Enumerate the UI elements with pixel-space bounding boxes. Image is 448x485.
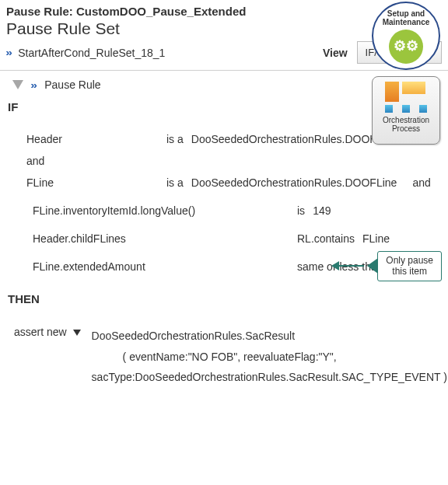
collapse-rule-icon[interactable] (12, 80, 23, 89)
orchestration-diagram-icon (385, 82, 427, 113)
condition-row: FLine is a DooSeededOrchestrationRules.D… (0, 169, 448, 197)
condition-value[interactable]: DooSeededOrchestrationRules.DOOFLine (191, 176, 397, 189)
view-label: View (323, 47, 348, 59)
expand-rule-icon[interactable]: » (30, 79, 37, 91)
condition-row: Header.childFLines RL.contains FLine (0, 225, 448, 253)
condition-subject[interactable]: FLine.inventoryItemId.longValue() (33, 204, 235, 217)
orch-label-1: Orchestration (373, 116, 439, 124)
condition-row: FLine.inventoryItemId.longValue() is 149 (0, 197, 448, 225)
condition-operator[interactable]: is a (166, 176, 184, 189)
expand-ruleset-icon[interactable]: » (5, 47, 12, 58)
orchestration-process-badge[interactable]: Orchestration Process (372, 76, 440, 145)
then-action-select[interactable]: assert new (14, 326, 81, 338)
then-action-label: assert new (14, 326, 67, 338)
condition-subject[interactable]: Header.childFLines (33, 232, 235, 245)
condition-operator[interactable]: RL.contains (297, 232, 355, 245)
callout-arrow-icon (333, 260, 367, 271)
and-keyword: and (0, 153, 448, 169)
trailing-and: and (412, 176, 430, 189)
then-args-2[interactable]: sacType:DooSeededOrchestrationRules.SacR… (92, 367, 447, 388)
gears-icon: ⚙⚙ (389, 30, 423, 64)
condition-operator[interactable]: is (297, 204, 305, 217)
orch-label-2: Process (373, 124, 439, 133)
callout-line-1: Only pause (386, 255, 433, 266)
then-args-1[interactable]: ( eventName:"NO FOB", reevaluateFlag:"Y"… (92, 347, 447, 368)
callout-line-2: this item (392, 266, 427, 277)
pause-rule-label: Pause Rule (44, 79, 100, 91)
condition-value[interactable]: FLine (362, 232, 390, 245)
then-keyword: THEN (0, 288, 448, 310)
setup-label-1: Setup and (373, 9, 439, 18)
setup-maintenance-badge[interactable]: Setup and Maintenance ⚙⚙ (372, 2, 440, 70)
annotation-callout: Only pause this item (333, 251, 442, 281)
then-class[interactable]: DooSeededOrchestrationRules.SacResult (92, 326, 447, 347)
condition-value[interactable]: 149 (313, 204, 331, 217)
setup-label-2: Maintenance (373, 18, 439, 26)
ruleset-name: StartAfterCond_RuleSet_18_1 (18, 47, 165, 59)
chevron-down-icon (73, 330, 81, 336)
callout-wedge-icon (367, 258, 378, 274)
condition-subject[interactable]: FLine (26, 176, 159, 189)
divider (0, 70, 448, 71)
then-body: DooSeededOrchestrationRules.SacResult ( … (92, 326, 447, 388)
condition-subject[interactable]: FLine.extendedAmount (33, 260, 235, 273)
dotted-divider (3, 284, 445, 284)
condition-subject[interactable]: Header (26, 133, 159, 145)
condition-operator[interactable]: is a (166, 133, 184, 145)
